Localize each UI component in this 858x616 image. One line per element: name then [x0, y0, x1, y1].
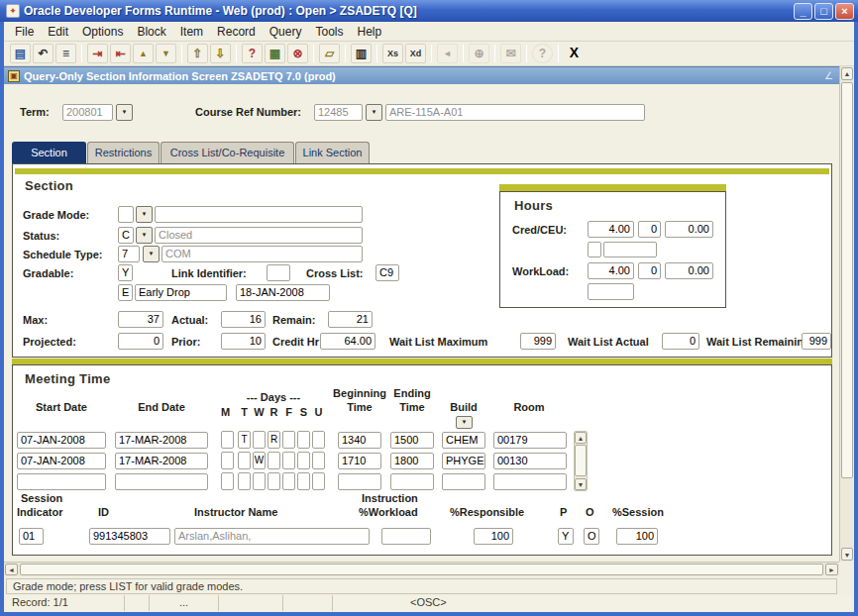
- minimize-button[interactable]: _: [794, 3, 812, 20]
- tab-restrictions[interactable]: Restrictions: [87, 142, 160, 163]
- cred-extra-code-field[interactable]: [588, 242, 601, 257]
- next-block-icon[interactable]: ⇩: [210, 44, 231, 63]
- instruction-workload-field[interactable]: [381, 528, 431, 545]
- meeting-rows-scrollbar[interactable]: ▲ ▼: [574, 431, 588, 491]
- day-m-checkbox[interactable]: [221, 452, 234, 469]
- prior-field[interactable]: 10: [221, 333, 266, 350]
- room-field[interactable]: 00130: [493, 453, 567, 469]
- gradable-field[interactable]: Y: [118, 264, 133, 281]
- page-icon[interactable]: ▱: [319, 44, 340, 63]
- term-dropdown-icon[interactable]: ▼: [116, 104, 133, 121]
- save-icon[interactable]: ▤: [10, 44, 31, 63]
- day-r-checkbox[interactable]: [268, 472, 280, 490]
- session-pct-field[interactable]: 100: [616, 528, 658, 545]
- projected-field[interactable]: 0: [118, 333, 163, 350]
- day-u-checkbox[interactable]: [312, 431, 325, 449]
- start-date-field[interactable]: 07-JAN-2008: [17, 453, 106, 469]
- grade-mode-dropdown-icon[interactable]: ▼: [136, 206, 153, 223]
- cred-low-field[interactable]: 0: [638, 221, 661, 238]
- vertical-scroll-thumb[interactable]: [841, 82, 853, 478]
- cred-extra-value-field[interactable]: [603, 242, 657, 257]
- mail-icon[interactable]: ✉: [500, 44, 521, 63]
- menu-tools[interactable]: Tools: [308, 23, 350, 41]
- meeting-scroll-thumb[interactable]: [575, 445, 587, 476]
- maximize-button[interactable]: □: [814, 3, 833, 20]
- menu-edit[interactable]: Edit: [41, 23, 75, 41]
- end-date-field[interactable]: 17-MAR-2008: [115, 453, 208, 469]
- status-desc-field[interactable]: Closed: [155, 227, 363, 244]
- part-of-term-date-field[interactable]: 18-JAN-2008: [236, 284, 330, 301]
- meeting-scroll-down-button[interactable]: ▼: [575, 478, 587, 490]
- start-date-field[interactable]: [17, 473, 106, 490]
- scroll-left-button[interactable]: ◄: [5, 564, 18, 575]
- mdi-resize-icon[interactable]: ∠: [824, 70, 833, 81]
- end-date-field[interactable]: 17-MAR-2008: [115, 432, 208, 449]
- schedule-type-code-field[interactable]: 7: [118, 246, 140, 262]
- day-w-checkbox[interactable]: [253, 472, 266, 490]
- building-field[interactable]: [442, 473, 485, 490]
- menu-block[interactable]: Block: [130, 23, 172, 41]
- day-f-checkbox[interactable]: [282, 472, 295, 490]
- day-u-checkbox[interactable]: [312, 472, 325, 490]
- cred-hours-field[interactable]: 4.00: [588, 221, 634, 238]
- help-icon[interactable]: ?: [532, 44, 553, 63]
- override-field[interactable]: O: [584, 528, 599, 545]
- vertical-scrollbar[interactable]: ▲ ▼: [839, 66, 854, 562]
- schedule-type-dropdown-icon[interactable]: ▼: [143, 246, 160, 262]
- day-f-checkbox[interactable]: [282, 431, 295, 449]
- horizontal-scroll-thumb[interactable]: [20, 564, 823, 575]
- day-r-checkbox[interactable]: [268, 452, 280, 469]
- status-code-field[interactable]: C: [118, 227, 134, 244]
- beginning-time-field[interactable]: 1340: [338, 432, 381, 449]
- day-m-checkbox[interactable]: [221, 472, 234, 490]
- end-date-field[interactable]: [115, 473, 208, 490]
- day-s-checkbox[interactable]: [297, 452, 310, 469]
- exit-icon[interactable]: X: [564, 44, 585, 63]
- day-m-checkbox[interactable]: [221, 431, 234, 449]
- responsible-field[interactable]: 100: [474, 528, 513, 545]
- menu-record[interactable]: Record: [210, 23, 263, 41]
- day-t-checkbox[interactable]: T: [238, 431, 251, 449]
- credit-hr-field[interactable]: 64.00: [320, 333, 375, 350]
- wait-list-actual-field[interactable]: 0: [662, 333, 699, 350]
- actual-field[interactable]: 16: [221, 311, 266, 328]
- day-t-checkbox[interactable]: [238, 472, 251, 490]
- workload-extra-field[interactable]: [588, 283, 634, 300]
- rollback-icon[interactable]: ↶: [33, 44, 54, 63]
- link-identifier-field[interactable]: [267, 264, 290, 281]
- cross-list-field[interactable]: C9: [375, 264, 399, 281]
- course-title-field[interactable]: ARE-115A-A01: [385, 104, 645, 121]
- tab-cross-list[interactable]: Cross List/Co-Requisite: [161, 142, 294, 163]
- max-field[interactable]: 37: [118, 311, 163, 328]
- day-u-checkbox[interactable]: [312, 452, 325, 469]
- broadcast-icon[interactable]: ◄: [437, 44, 458, 63]
- menu-options[interactable]: Options: [75, 23, 130, 41]
- menu-query[interactable]: Query: [263, 23, 309, 41]
- meeting-scroll-up-button[interactable]: ▲: [575, 432, 587, 444]
- beginning-time-field[interactable]: 1710: [338, 453, 381, 469]
- execute-query-icon[interactable]: ▦: [265, 44, 285, 63]
- close-button[interactable]: ×: [835, 3, 854, 20]
- horizontal-scrollbar[interactable]: ◄ ►: [4, 562, 839, 576]
- beginning-time-field[interactable]: [338, 473, 381, 490]
- cancel-query-icon[interactable]: ⊗: [287, 44, 308, 63]
- next-record-icon[interactable]: ▼: [156, 44, 176, 63]
- workload-high-field[interactable]: 0.00: [665, 262, 713, 279]
- print-icon[interactable]: ▥: [351, 44, 372, 63]
- day-s-checkbox[interactable]: [297, 472, 310, 490]
- menu-item[interactable]: Item: [173, 23, 210, 41]
- cred-high-field[interactable]: 0.00: [665, 221, 713, 238]
- instructor-name-field[interactable]: Arslan,Aslihan,: [174, 528, 370, 545]
- primary-field[interactable]: Y: [558, 528, 574, 545]
- course-ref-dropdown-icon[interactable]: ▼: [366, 104, 382, 121]
- ending-time-field[interactable]: [390, 473, 434, 490]
- instructor-id-field[interactable]: 991345803: [89, 528, 170, 545]
- previous-record-icon[interactable]: ▲: [133, 44, 154, 63]
- start-date-field[interactable]: 07-JAN-2008: [17, 432, 106, 449]
- scroll-right-button[interactable]: ►: [825, 564, 838, 575]
- extract-data-key-icon[interactable]: Xd: [405, 44, 426, 63]
- part-of-term-desc-field[interactable]: Early Drop: [135, 284, 227, 301]
- building-field[interactable]: PHYGEO: [442, 453, 485, 469]
- status-dropdown-icon[interactable]: ▼: [136, 227, 153, 244]
- day-s-checkbox[interactable]: [297, 431, 310, 449]
